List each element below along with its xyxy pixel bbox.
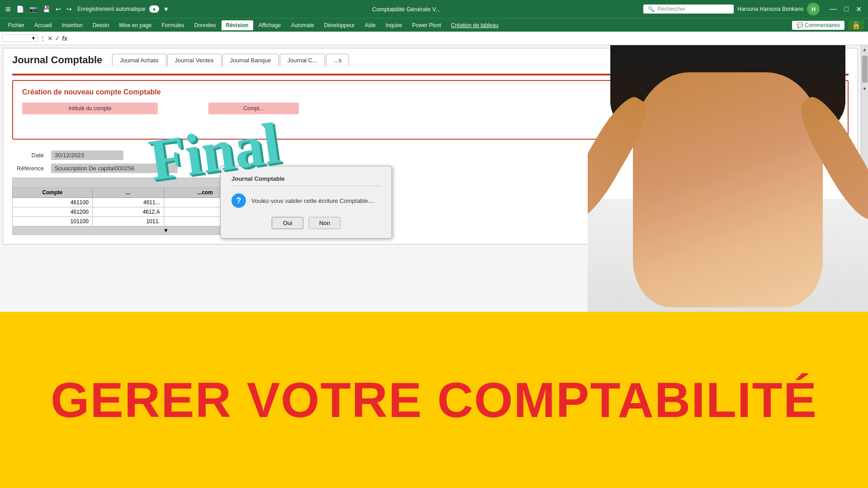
compte-field[interactable]: Compt...	[208, 103, 299, 114]
ribbon-inquire[interactable]: Inquire	[381, 20, 407, 30]
bottom-banner: GERER VOTRE COMPTABILITÉ	[0, 312, 868, 488]
ref-input[interactable]: Souscription De capital000256	[51, 164, 178, 173]
creation-section: Création de nouveau compte Comptable Int…	[12, 80, 849, 140]
search-box[interactable]: 🔍 Rechercher	[643, 5, 734, 14]
content-panel: Journal Comptable Journal Achats Journal…	[3, 48, 858, 244]
user-area: Harouna Harouna Bonkano H	[737, 3, 820, 15]
minimize-button[interactable]: —	[827, 5, 840, 14]
top-bar: ⊞ 📄 📷 💾 ↩ ↪ Enregistrement automatique ●…	[0, 0, 868, 18]
dialog-buttons: Oui Non	[231, 217, 381, 229]
formula-input[interactable]	[69, 35, 866, 42]
close-button[interactable]: ✕	[853, 5, 864, 14]
ribbon-mise-en-page[interactable]: Mise en page	[114, 20, 156, 30]
dialog-yes-button[interactable]: Oui	[272, 217, 303, 229]
avatar: H	[807, 3, 820, 15]
journal-title: Journal Comptable	[12, 54, 102, 66]
scroll-thumb[interactable]	[862, 56, 868, 83]
tab-journal-achats[interactable]: Journal Achats	[112, 54, 166, 66]
ribbon-insertion[interactable]: Insertion	[57, 20, 87, 30]
col-ti: ...	[92, 188, 164, 198]
date-row: Date 30/12/2023	[12, 150, 840, 160]
scroll-up-arrow[interactable]: ▲	[861, 45, 868, 54]
ribbon-formules[interactable]: Formules	[157, 20, 189, 30]
creation-form-row: Intitulé du compte Compt...	[22, 103, 839, 114]
autosave-toggle[interactable]: ●	[149, 5, 160, 13]
tab-journal-banque[interactable]: Journal Banque	[222, 54, 279, 66]
ribbon-dessin[interactable]: Dessin	[88, 20, 114, 30]
autosave-label: Enregistrement automatique	[77, 6, 146, 12]
undo-icon[interactable]: ↩	[54, 5, 63, 14]
cancel-formula-icon[interactable]: ✕	[47, 35, 53, 42]
search-placeholder: Rechercher	[657, 6, 685, 12]
ribbon-accueil[interactable]: Accueil	[30, 20, 57, 30]
creation-title: Création de nouveau compte Comptable	[22, 88, 839, 96]
red-divider	[12, 74, 849, 75]
ribbon-aide[interactable]: Aide	[360, 20, 380, 30]
bottom-banner-text: GERER VOTRE COMPTABILITÉ	[51, 375, 817, 425]
share-icon[interactable]: 🔒	[848, 20, 864, 30]
journal-header: Journal Comptable Journal Achats Journal…	[12, 54, 849, 66]
dialog-container: Journal Comptable ? Voulez-vous valider …	[220, 166, 392, 239]
dialog-no-button[interactable]: Non	[309, 217, 340, 229]
ribbon-revision[interactable]: Révision	[222, 20, 253, 30]
dialog-question-icon: ?	[231, 193, 246, 208]
photo-icon[interactable]: 📷	[28, 5, 39, 14]
ribbon-power-pivot[interactable]: Power Pivot	[408, 20, 446, 30]
search-icon: 🔍	[648, 6, 655, 12]
tab-journal-ventes[interactable]: Journal Ventes	[167, 54, 222, 66]
maximize-button[interactable]: □	[841, 5, 851, 14]
tab-journal-caisse[interactable]: Journal C...	[280, 54, 325, 66]
date-input[interactable]: 30/12/2023	[51, 150, 123, 160]
quick-access-toolbar: ⊞ 📄 📷 💾 ↩ ↪	[4, 5, 74, 14]
ref-row: Référence Souscription De capital000256	[12, 164, 840, 173]
ref-label: Référence	[12, 165, 44, 172]
intitule-field[interactable]: Intitulé du compte	[22, 103, 158, 114]
fx-icon[interactable]: fx	[62, 35, 67, 42]
save-icon[interactable]: 💾	[41, 5, 52, 14]
workbook-title: Comptabilité Générale V...	[173, 6, 640, 13]
vertical-scrollbar[interactable]: ▲ ▼	[861, 45, 868, 312]
formula-bar: ▼ ⋮ ✕ ✓ fx	[0, 32, 868, 45]
window-controls: — □ ✕	[827, 5, 864, 14]
date-label: Date	[12, 152, 44, 159]
spreadsheet-container: Journal Comptable Journal Achats Journal…	[0, 45, 868, 312]
dialog-box: Journal Comptable ? Voulez-vous valider …	[220, 166, 392, 239]
dialog-title: Journal Comptable	[231, 175, 381, 186]
col-compte: Compte	[13, 188, 93, 198]
ribbon-developpeur[interactable]: Développeur	[320, 20, 359, 30]
ribbon-creation-tableau[interactable]: Création de tableau	[447, 20, 503, 30]
username-label: Harouna Harouna Bonkano	[737, 6, 803, 12]
grid-icon[interactable]: ⊞	[4, 5, 13, 14]
confirm-formula-icon[interactable]: ✓	[55, 35, 60, 42]
ribbon-automate[interactable]: Automate	[286, 20, 318, 30]
redo-icon[interactable]: ↪	[65, 5, 74, 14]
scroll-down-icon[interactable]: ▼	[163, 227, 169, 234]
tab-journal-more[interactable]: ...s	[326, 54, 349, 66]
ribbon-menu: Fichier Accueil Insertion Dessin Mise en…	[0, 18, 868, 32]
dialog-message: Voulez-vous valider cette écriture Compt…	[251, 197, 374, 204]
entry-section: Date 30/12/2023 Référence Souscription D…	[12, 147, 849, 239]
name-box-dropdown-icon[interactable]: ▼	[31, 36, 36, 41]
scroll-down-arrow[interactable]: ▼	[861, 84, 868, 93]
ribbon-fichier[interactable]: Fichier	[4, 20, 29, 30]
name-box[interactable]: ▼	[2, 34, 38, 42]
comments-button[interactable]: 💬 Commentaires	[792, 21, 844, 30]
new-doc-icon[interactable]: 📄	[14, 5, 26, 14]
spreadsheet-wrapper: Journal Comptable Journal Achats Journal…	[0, 45, 861, 312]
expand-icon: ⋮	[40, 35, 46, 42]
ribbon-donnees[interactable]: Données	[189, 20, 220, 30]
dialog-body: ? Voulez-vous valider cette écriture Com…	[231, 193, 381, 208]
filter-icon[interactable]: ▼	[163, 5, 169, 13]
ribbon-affichage[interactable]: Affichage	[254, 20, 286, 30]
ribbon-right: 💬 Commentaires 🔒	[792, 20, 864, 30]
